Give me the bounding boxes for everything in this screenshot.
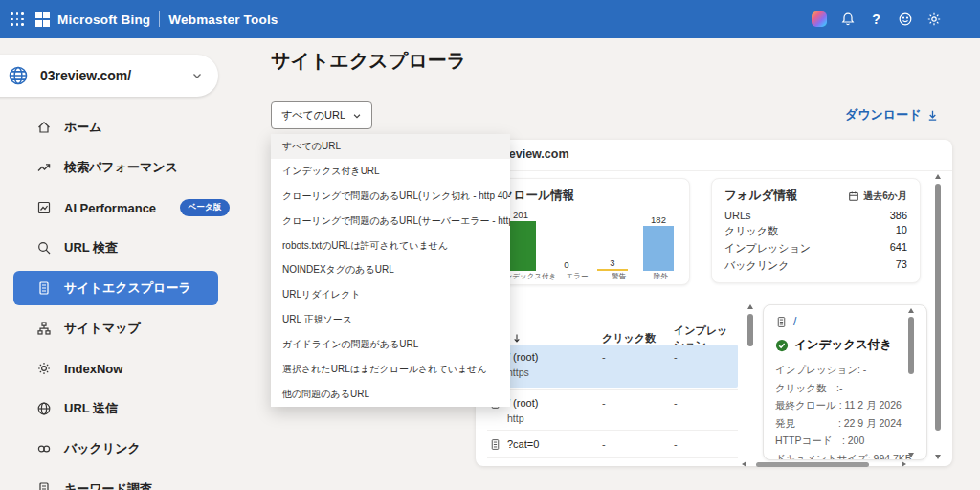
dropdown-item[interactable]: クローリングで問題のあるURL(サーバーエラー - http 403、5xx) [271,209,510,234]
folder-stat-row: URLs386 [712,208,920,222]
table-row[interactable]: / (root)https - - [485,345,738,388]
download-icon [926,109,939,122]
top-bar: Microsoft Bing Webmaster Tools ? [0,0,980,38]
dropdown-item[interactable]: ガイドラインの問題があるURL [271,332,510,357]
divider [487,457,738,458]
dropdown-item[interactable]: URLリダイレクト [271,282,510,307]
bar-warning [597,269,628,271]
home-icon [36,120,52,135]
site-name: 03review.com/ [40,68,131,83]
gear-icon [36,361,52,376]
dropdown-item[interactable]: すべてのURL [271,134,510,159]
dropdown-item[interactable]: 他の問題のあるURL [271,382,510,407]
sidebar-item-home[interactable]: ホーム [0,107,245,147]
sidebar-item-ai-performance[interactable]: AI Performance ベータ版 [0,188,245,228]
link-icon [36,441,52,457]
brand-title: Microsoft Bing [57,12,150,27]
feedback-smiley-icon[interactable] [897,11,913,28]
url-filter-button[interactable]: すべてのURL [271,101,372,129]
site-selector[interactable]: 03review.com/ [0,55,218,97]
sort-desc-icon [512,333,522,344]
download-link[interactable]: ダウンロード [845,106,939,123]
trend-icon [36,160,52,175]
divider [487,430,738,431]
dropdown-item[interactable]: URL 正規ソース [271,307,510,332]
sidebar-item-indexnow[interactable]: IndexNow [0,348,245,389]
site-explorer-card: 03review.com クロール情報 201 0 3 182 インデックス付き… [476,140,952,466]
copilot-icon[interactable] [811,11,827,28]
dropdown-item[interactable]: NOINDEXタグのあるURL [271,258,510,283]
globe-icon [8,65,29,86]
sidebar-item-site-explorer[interactable]: サイトエクスプローラ [13,271,218,305]
beta-badge: ベータ版 [180,199,230,216]
column-clicks: クリック数 [602,331,674,345]
page-title: サイトエクスプローラ [271,48,466,74]
sidebar-item-sitemaps[interactable]: サイトマップ [0,308,245,348]
sitemap-icon [36,321,52,336]
sidebar-item-url-submission[interactable]: URL 送信 [0,389,245,429]
app-launcher-icon[interactable] [11,12,24,26]
card-scrollbar[interactable] [935,174,941,459]
folder-info-title: フォルダ情報 [724,188,797,204]
sidebar-item-keyword-research[interactable]: キーワード調査 [0,469,245,490]
sidebar: 03review.com/ ホーム 検索パフォーマンス AI Performan… [0,38,245,490]
sidebar-item-url-inspection[interactable]: URL 検査 [0,228,245,268]
dropdown-item[interactable]: 選択されたURLはまだクロールされていません [271,357,510,382]
page-icon [775,316,788,328]
detail-rows: インプレッション: - クリック数 :- 最終クロール : 11 2 月 202… [775,361,915,460]
chevron-down-icon [191,70,203,81]
detail-url-link[interactable]: / [793,315,796,328]
sidebar-item-backlinks[interactable]: バックリンク [0,429,245,469]
table-row[interactable]: / (root)http - - [485,390,738,431]
crawl-info-title: クロール情報 [501,188,574,204]
microsoft-logo [35,12,50,27]
dropdown-item[interactable]: クローリングで問題のあるURL(リンク切れ - http 404-410) [271,184,510,209]
table-row[interactable]: ?cat=0 - - [485,432,738,458]
table-scrollbar[interactable] [747,304,753,459]
crawl-info-card: クロール情報 201 0 3 182 インデックス付き エラー 警告 除外 [487,178,690,285]
product-title: Webmaster Tools [168,12,278,27]
crawl-bar-chart: 201 0 3 182 [498,208,681,271]
dropdown-item[interactable]: インデックス付きURL [271,159,510,184]
settings-gear-icon[interactable] [925,11,942,28]
url-filter-dropdown: すべてのURL インデックス付きURL クローリングで問題のあるURL(リンク切… [271,134,510,407]
check-circle-icon [775,339,789,352]
topbar-divider [159,11,160,27]
chart-category-labels: インデックス付き エラー 警告 除外 [498,272,681,281]
dropdown-item[interactable]: robots.txtのURLは許可されていません [271,234,510,258]
bell-icon[interactable] [839,11,856,28]
document-icon [36,481,52,490]
index-status: インデックス付き [794,337,892,353]
divider [476,170,952,171]
document-icon [36,280,52,296]
globe-icon [36,401,52,416]
period-selector[interactable]: 過去6か月 [848,189,907,203]
sidebar-nav: ホーム 検索パフォーマンス AI Performance ベータ版 URL 検査… [0,107,245,490]
folder-stat-row: バックリンク73 [712,256,920,274]
divider [487,389,738,390]
bar-excluded [643,226,674,271]
help-icon[interactable]: ? [868,11,884,28]
folder-stat-row: クリック数10 [712,222,920,239]
chevron-down-icon [352,111,362,121]
horizontal-scrollbar[interactable] [742,460,906,468]
folder-stat-row: インプレッション641 [712,239,920,256]
sidebar-item-search-performance[interactable]: 検索パフォーマンス [0,147,245,188]
url-detail-panel: / インデックス付き インプレッション: - クリック数 :- 最終クロール :… [763,304,927,460]
chart-image-icon [36,200,52,215]
search-icon [36,240,52,256]
folder-info-card: フォルダ情報 過去6か月 URLs386 クリック数10 インプレッション641… [711,178,921,283]
detail-panel-scrollbar[interactable] [908,308,914,457]
page-icon [489,438,501,451]
calendar-icon [848,190,859,202]
